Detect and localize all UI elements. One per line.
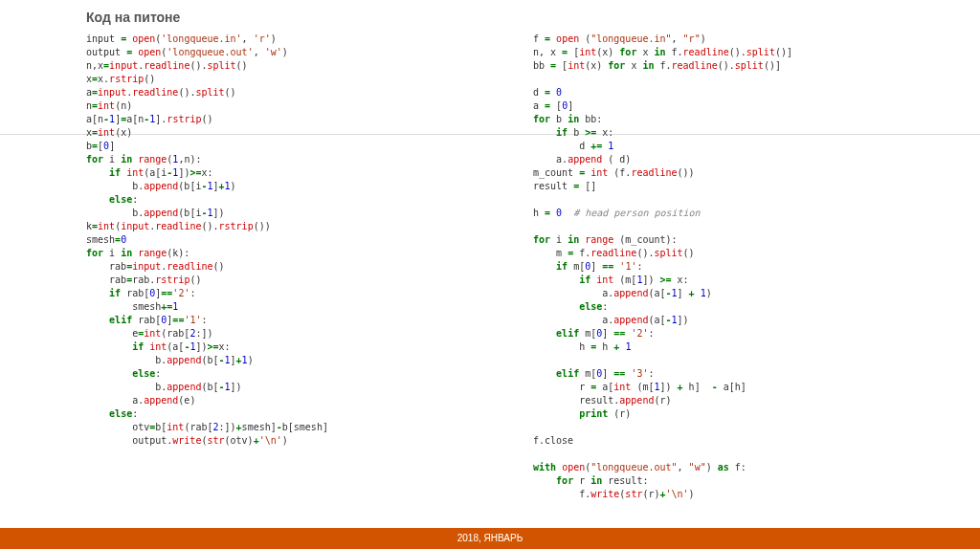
slide-title: Код на питоне bbox=[86, 10, 180, 25]
code-left-column: input = open('longqueue.in', 'r') output… bbox=[86, 33, 495, 501]
slide: Код на питоне input = open('longqueue.in… bbox=[0, 0, 980, 549]
footer-bar: 2018, ЯНВАРЬ bbox=[0, 528, 980, 549]
footer-text: 2018, ЯНВАРЬ bbox=[457, 533, 523, 543]
code-left: input = open('longqueue.in', 'r') output… bbox=[86, 33, 495, 448]
code-columns: input = open('longqueue.in', 'r') output… bbox=[86, 33, 942, 501]
code-right: f = open ("longqueue.in", "r") n, x = [i… bbox=[533, 33, 942, 501]
code-right-column: f = open ("longqueue.in", "r") n, x = [i… bbox=[533, 33, 942, 501]
